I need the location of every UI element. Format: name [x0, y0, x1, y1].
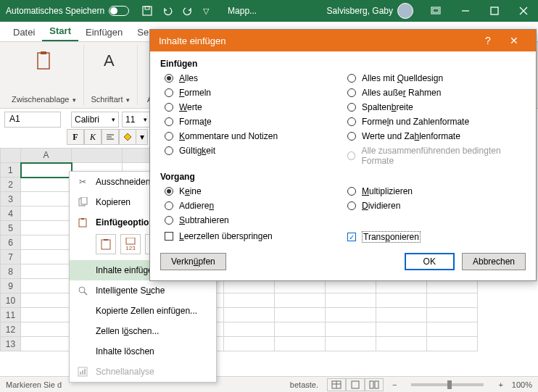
- close-button[interactable]: [509, 0, 538, 22]
- dialog-close-button[interactable]: ✕: [501, 35, 527, 46]
- italic-button[interactable]: K: [84, 129, 102, 145]
- svg-rect-0: [143, 7, 152, 15]
- ribbon-display-icon[interactable]: [431, 6, 441, 16]
- paste-option-1[interactable]: [96, 234, 116, 254]
- titlebar: Automatisches Speichern ▽ Mapp... Salvis…: [0, 0, 538, 22]
- document-name: Mapp...: [216, 6, 268, 16]
- row-header[interactable]: 8: [1, 264, 21, 279]
- zoom-in-button[interactable]: +: [498, 380, 502, 389]
- row-header[interactable]: 4: [1, 207, 21, 221]
- copy-icon: [77, 196, 88, 208]
- paste-radio-left-5[interactable]: Gültigkeit: [160, 146, 343, 156]
- avatar-icon: [397, 3, 413, 19]
- svg-rect-18: [81, 197, 87, 204]
- op-radio-left-2[interactable]: Subtrahieren: [160, 215, 343, 225]
- cancel-button[interactable]: Abbrechen: [462, 253, 526, 270]
- paste-radio-right-0[interactable]: Alles mit Quelldesign: [343, 73, 526, 83]
- op-radio-left-1[interactable]: Addieren: [160, 201, 343, 211]
- name-box[interactable]: A1: [4, 112, 61, 128]
- view-pagebreak-button[interactable]: [365, 378, 384, 391]
- account-button[interactable]: Salvisberg, Gaby: [320, 3, 421, 19]
- view-pagelayout-button[interactable]: [346, 378, 365, 391]
- transpose-checkbox[interactable]: ✓ Transponieren: [343, 231, 526, 243]
- row-header[interactable]: 7: [1, 250, 21, 264]
- paste-radio-left-2[interactable]: Werte: [160, 102, 343, 112]
- row-header[interactable]: 10: [1, 293, 21, 308]
- minimize-button[interactable]: [451, 0, 480, 22]
- help-button[interactable]: ?: [475, 35, 501, 46]
- row-header[interactable]: 12: [1, 322, 21, 337]
- ctx-delete-cells[interactable]: Zellen löschen...: [70, 321, 216, 341]
- paste-button[interactable]: [32, 49, 55, 72]
- svg-rect-37: [370, 381, 373, 388]
- tab-file[interactable]: Datei: [6, 23, 42, 41]
- tab-insert[interactable]: Einfügen: [78, 23, 130, 41]
- delete-cells-text: Zellen löschen...: [96, 326, 159, 336]
- section-operation-label: Vorgang: [160, 172, 526, 182]
- zoom-out-button[interactable]: −: [392, 380, 397, 389]
- ok-button[interactable]: OK: [405, 253, 455, 270]
- row-header[interactable]: 9: [1, 279, 21, 293]
- paste-radio-right-2[interactable]: Spaltenbreite: [343, 102, 526, 112]
- paste-icon: [77, 217, 88, 228]
- svg-rect-1: [145, 7, 149, 9]
- redo-icon[interactable]: [183, 6, 193, 16]
- ctx-clear-contents[interactable]: Inhalte löschen: [70, 341, 216, 362]
- paste-link-button[interactable]: Verknüpfen: [160, 253, 226, 270]
- ctx-insert-copied[interactable]: Kopierte Zellen einfügen...: [70, 301, 216, 321]
- undo-icon[interactable]: [162, 6, 173, 16]
- qat-overflow[interactable]: ▽: [203, 7, 209, 16]
- font-name-selector[interactable]: Calibri▾: [71, 112, 119, 128]
- paste-radio-right-3[interactable]: Formeln und Zahlenformate: [343, 117, 526, 127]
- fill-color-button[interactable]: [119, 129, 136, 145]
- row-header[interactable]: 6: [1, 235, 21, 250]
- bold-button[interactable]: F: [67, 129, 84, 145]
- paste-radio-left-0[interactable]: Alles: [160, 73, 343, 83]
- paste-radio-left-3[interactable]: Formate: [160, 117, 343, 127]
- save-icon[interactable]: [142, 6, 152, 16]
- maximize-button[interactable]: [480, 0, 509, 22]
- row-header[interactable]: 2: [1, 178, 21, 192]
- op-radio-left-0[interactable]: Keine: [160, 186, 343, 196]
- zoom-slider[interactable]: [411, 383, 484, 386]
- svg-rect-9: [41, 51, 46, 54]
- op-radio-right-0[interactable]: Multiplizieren: [343, 186, 526, 196]
- zoom-level[interactable]: 100%: [512, 380, 532, 389]
- font-size-selector[interactable]: 11▾: [122, 112, 151, 128]
- paste-radio-left-4[interactable]: Kommentare und Notizen: [160, 131, 343, 141]
- font-button[interactable]: A: [99, 49, 122, 72]
- paste-option-2[interactable]: 123: [120, 234, 141, 254]
- op-radio-right-1[interactable]: Dividieren: [343, 201, 526, 211]
- row-header[interactable]: 5: [1, 221, 21, 235]
- svg-point-27: [79, 287, 85, 293]
- quick-analysis-icon: [77, 366, 88, 378]
- svg-text:A: A: [104, 51, 115, 70]
- svg-rect-8: [38, 53, 49, 69]
- view-normal-button[interactable]: [327, 378, 346, 391]
- row-header[interactable]: 11: [1, 308, 21, 322]
- window-controls: [451, 0, 538, 22]
- col-header-a[interactable]: A: [21, 149, 72, 163]
- row-header[interactable]: 3: [1, 192, 21, 207]
- tab-home[interactable]: Start: [42, 22, 78, 41]
- toggle-switch[interactable]: [109, 6, 129, 16]
- dialog-title: Inhalte einfügen: [159, 36, 226, 46]
- transpose-label: Transponieren: [362, 231, 421, 243]
- svg-rect-38: [375, 381, 378, 388]
- svg-rect-3: [433, 9, 439, 12]
- font-label: Schriftart: [91, 95, 123, 104]
- paste-radio-right-4[interactable]: Werte und Zahlenformate: [343, 131, 526, 141]
- autosave-label: Automatisches Speichern: [6, 6, 104, 16]
- align-button-mini[interactable]: [102, 129, 119, 145]
- paste-special-dialog: Inhalte einfügen ? ✕ Einfügen AllesForme…: [149, 29, 537, 281]
- row-header[interactable]: 1: [1, 163, 21, 178]
- skip-blanks-checkbox[interactable]: Leerzellen überspringen: [160, 231, 343, 241]
- row-header[interactable]: 13: [1, 337, 21, 351]
- mini-more[interactable]: ▾: [136, 129, 148, 145]
- ctx-smart-lookup[interactable]: Intelligente Suche: [70, 280, 216, 301]
- autosave-toggle[interactable]: Automatisches Speichern: [0, 6, 135, 16]
- svg-rect-20: [81, 218, 84, 220]
- svg-rect-5: [491, 7, 498, 14]
- paste-radio-right-1[interactable]: Alles außer Rahmen: [343, 88, 526, 98]
- paste-radio-left-1[interactable]: Formeln: [160, 88, 343, 98]
